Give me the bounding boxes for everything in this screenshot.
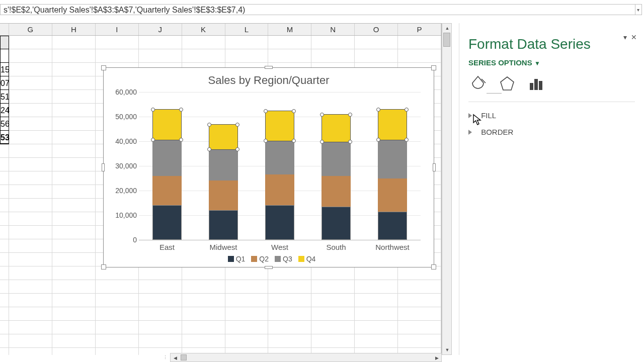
resize-handle[interactable] (431, 65, 436, 70)
cell[interactable] (9, 212, 52, 226)
bar-segment[interactable] (209, 150, 238, 180)
cell[interactable] (0, 199, 9, 212)
column-header[interactable]: J (139, 24, 182, 35)
selection-handle[interactable] (179, 108, 183, 112)
selection-handle[interactable] (348, 113, 352, 117)
cell[interactable] (52, 36, 96, 49)
cell[interactable] (398, 307, 441, 321)
bar-segment[interactable] (321, 176, 351, 207)
cell[interactable] (268, 36, 311, 49)
column-header[interactable]: P (398, 24, 441, 35)
cell[interactable]: 07 (0, 76, 9, 90)
cell[interactable] (355, 49, 398, 63)
bar-segment[interactable] (265, 141, 294, 174)
cell[interactable] (9, 63, 52, 76)
cell[interactable] (355, 321, 398, 334)
cell[interactable] (9, 36, 52, 49)
cell[interactable] (268, 321, 311, 334)
cell[interactable] (52, 239, 96, 253)
cell[interactable] (52, 199, 96, 212)
cell[interactable] (225, 280, 269, 294)
resize-handle[interactable] (433, 163, 436, 171)
cell[interactable] (0, 266, 9, 280)
bar-segment[interactable] (265, 111, 294, 141)
cell[interactable]: 53 (0, 131, 9, 144)
column-header-partial[interactable] (0, 24, 9, 35)
cell[interactable] (96, 294, 139, 307)
cell[interactable] (225, 321, 269, 334)
cell[interactable] (139, 280, 182, 294)
bar-segment[interactable] (209, 124, 238, 150)
cell[interactable] (139, 294, 182, 307)
cell[interactable] (182, 266, 225, 280)
cell[interactable] (9, 131, 52, 144)
chart-object[interactable]: Sales by Region/Quarter 010,00020,00030,… (103, 67, 434, 267)
cell[interactable] (52, 280, 96, 294)
bar-segment[interactable] (378, 109, 407, 140)
cell[interactable] (9, 76, 52, 90)
resize-handle[interactable] (265, 266, 273, 269)
selection-handle[interactable] (292, 109, 296, 113)
cell[interactable] (0, 334, 9, 348)
scroll-left-arrow[interactable]: ◀ (171, 353, 180, 362)
cell[interactable] (0, 253, 9, 266)
cell[interactable] (311, 334, 355, 348)
resize-handle[interactable] (431, 264, 436, 269)
cell[interactable] (311, 307, 355, 321)
cell[interactable] (9, 321, 52, 334)
bar-stack[interactable] (152, 109, 182, 240)
cell[interactable] (268, 280, 311, 294)
selection-handle[interactable] (235, 123, 239, 127)
bar-segment[interactable] (378, 140, 407, 178)
cell[interactable] (52, 158, 96, 171)
cell[interactable] (52, 185, 96, 199)
bar-segment[interactable] (321, 207, 351, 240)
cell[interactable] (9, 253, 52, 266)
cell[interactable] (355, 334, 398, 348)
cell[interactable] (52, 307, 96, 321)
cell[interactable] (9, 239, 52, 253)
cell[interactable] (52, 171, 96, 185)
column-header[interactable]: N (311, 24, 355, 35)
cell[interactable] (9, 104, 52, 117)
cell[interactable] (268, 266, 311, 280)
bar-segment[interactable] (378, 178, 407, 212)
cell[interactable] (9, 49, 52, 63)
cell[interactable]: 15 (0, 63, 9, 76)
cell[interactable] (268, 334, 311, 348)
cell[interactable] (182, 307, 225, 321)
cell[interactable] (52, 90, 96, 104)
cell[interactable] (0, 321, 9, 334)
column-header[interactable]: O (355, 24, 398, 35)
cell[interactable] (398, 36, 441, 49)
chart-title[interactable]: Sales by Region/Quarter (104, 74, 434, 87)
cell[interactable] (52, 253, 96, 266)
formula-expand-button[interactable]: ▾ (635, 4, 642, 15)
cell[interactable] (96, 36, 139, 49)
cell[interactable] (0, 239, 9, 253)
selection-handle[interactable] (292, 139, 296, 143)
bar-segment[interactable] (209, 180, 238, 210)
selection-handle[interactable] (320, 113, 324, 117)
horizontal-scrollbar[interactable]: ◀ ▶ (170, 353, 442, 362)
cell[interactable] (225, 294, 269, 307)
cell[interactable] (311, 280, 355, 294)
cell[interactable] (9, 144, 52, 158)
column-header[interactable]: M (268, 24, 311, 35)
resize-handle[interactable] (102, 163, 105, 171)
cell[interactable] (182, 280, 225, 294)
cell[interactable]: 56 (0, 117, 9, 131)
cell[interactable] (0, 185, 9, 199)
bar-segment[interactable] (152, 140, 182, 176)
cell[interactable] (355, 307, 398, 321)
cell[interactable] (52, 226, 96, 239)
close-icon[interactable]: ✕ (631, 33, 637, 41)
column-header[interactable]: K (182, 24, 225, 35)
cell[interactable] (398, 321, 441, 334)
resize-handle[interactable] (265, 66, 273, 69)
cell[interactable] (52, 334, 96, 348)
bar-segment[interactable] (321, 114, 351, 142)
cell[interactable] (311, 49, 355, 63)
legend-label[interactable]: Q1 (236, 255, 246, 263)
cell[interactable] (9, 90, 52, 104)
